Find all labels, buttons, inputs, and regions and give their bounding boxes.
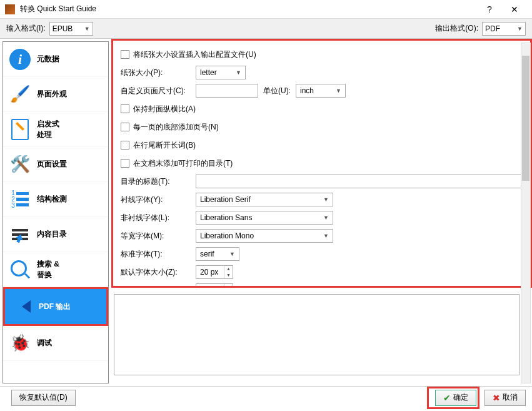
- mono-size-value: 16 px: [196, 286, 224, 288]
- sidebar-item-structure[interactable]: 123 结构检测: [3, 182, 108, 217]
- sidebar-item-label: 元数据: [37, 54, 59, 64]
- sidebar-item-metadata[interactable]: i 元数据: [3, 42, 108, 77]
- cancel-icon: ✖: [493, 393, 500, 403]
- content-pane: 将纸张大小设置插入输出配置文件(U) 纸张大小(P): letter ▼ 自定义…: [111, 39, 532, 386]
- scrollbar-thumb[interactable]: [522, 56, 529, 181]
- sidebar-item-pdf[interactable]: PDF 输出: [5, 289, 106, 324]
- sidebar-item-look[interactable]: 🖌️ 界面外观: [3, 77, 108, 112]
- serif-font-select[interactable]: Liberation Serif ▼: [196, 193, 333, 206]
- output-format-label: 输出格式(O):: [435, 23, 478, 34]
- default-size-spin[interactable]: 20 px ▲▼: [196, 265, 233, 279]
- sidebar-item-label: 结构检测: [37, 194, 67, 205]
- std-font-value: serif: [200, 250, 214, 258]
- sidebar-item-label: 调试: [37, 338, 52, 348]
- std-font-label: 标准字体(T):: [121, 249, 196, 260]
- break-words-checkbox[interactable]: [121, 141, 129, 150]
- keep-aspect-label: 保持封面纵横比(A): [133, 104, 196, 114]
- spin-down-icon[interactable]: ▼: [224, 272, 233, 278]
- scrollbar[interactable]: [521, 43, 531, 383]
- add-pagenum-label: 每一页的底部添加页号(N): [133, 122, 219, 133]
- ok-highlight: ✔ 确定: [427, 387, 479, 409]
- sidebar-item-label: 界面外观: [37, 89, 67, 99]
- bug-icon: 🐞: [8, 332, 32, 355]
- cancel-button[interactable]: ✖ 取消: [484, 390, 526, 406]
- chevron-down-icon: ▼: [323, 233, 329, 239]
- brush-icon: 🖌️: [8, 83, 32, 106]
- input-format-value: EPUB: [53, 24, 73, 33]
- sidebar-item-search[interactable]: 搜索 & 替换: [3, 252, 108, 287]
- mono-font-select[interactable]: Liberation Mono ▼: [196, 229, 333, 243]
- printable-toc-checkbox[interactable]: [121, 159, 129, 168]
- output-format-combo[interactable]: PDF ▼: [482, 22, 526, 36]
- paper-size-label: 纸张大小(P):: [121, 68, 196, 78]
- help-button[interactable]: ?: [477, 1, 502, 18]
- default-size-value: 20 px: [196, 268, 224, 277]
- paper-size-value: letter: [200, 68, 217, 77]
- mono-size-spin[interactable]: 16 px ▲▼: [196, 283, 233, 288]
- insert-paper-checkbox[interactable]: [121, 50, 129, 59]
- serif-font-label: 衬线字体(Y):: [121, 195, 196, 205]
- search-icon: [8, 258, 32, 282]
- restore-defaults-button[interactable]: 恢复默认值(D): [11, 390, 76, 406]
- extra-textarea[interactable]: [114, 294, 519, 375]
- sidebar-item-toc[interactable]: 内容目录: [3, 217, 108, 252]
- chevron-down-icon: ▼: [323, 215, 329, 221]
- toc-title-label: 目录的标题(T):: [121, 176, 196, 187]
- ok-label: 确定: [453, 392, 468, 403]
- mono-size-label: 等宽字体大小(F):: [121, 285, 196, 288]
- sidebar-pdf-highlight: PDF 输出: [3, 287, 108, 326]
- add-pagenum-checkbox[interactable]: [121, 123, 129, 131]
- sidebar-item-label: 内容目录: [37, 229, 67, 240]
- ok-button[interactable]: ✔ 确定: [435, 390, 476, 406]
- chevron-down-icon: ▼: [236, 69, 241, 76]
- printable-toc-label: 在文档末添加可打印的目录(T): [133, 158, 233, 169]
- sidebar-item-label: 搜索 & 替换: [37, 259, 59, 280]
- close-button[interactable]: ✕: [502, 1, 527, 18]
- spin-up-icon[interactable]: ▲: [224, 266, 233, 272]
- toc-title-input[interactable]: [196, 175, 523, 188]
- chevron-down-icon: ▼: [229, 251, 235, 257]
- window-title: 转换 Quick Start Guide: [20, 4, 477, 14]
- sidebar-item-label: 启发式 处理: [37, 119, 59, 140]
- format-bar: 输入格式(I): EPUB ▼ 输出格式(O): PDF ▼: [0, 19, 532, 39]
- sidebar-item-debug[interactable]: 🐞 调试: [3, 326, 108, 361]
- app-icon: [5, 4, 15, 14]
- std-font-select[interactable]: serif ▼: [196, 247, 239, 261]
- paper-size-select[interactable]: letter ▼: [196, 66, 246, 79]
- mono-font-label: 等宽字体(M):: [121, 231, 196, 241]
- unit-label: 单位(U):: [263, 86, 291, 96]
- chevron-down-icon: ▼: [84, 26, 90, 32]
- footer: 恢复默认值(D) ✔ 确定 ✖ 取消: [0, 386, 532, 408]
- unit-select[interactable]: inch ▼: [296, 84, 346, 98]
- cancel-label: 取消: [503, 392, 518, 403]
- sidebar-item-pagesetup[interactable]: 🛠️ 页面设置: [3, 147, 108, 182]
- tools-icon: 🛠️: [8, 153, 32, 176]
- sidebar-item-label: 页面设置: [37, 159, 67, 170]
- default-size-label: 默认字体大小(Z):: [121, 267, 196, 278]
- chevron-down-icon: ▼: [336, 88, 341, 94]
- list-icon: 123: [8, 188, 32, 211]
- custom-size-input[interactable]: [196, 84, 258, 98]
- sidebar: i 元数据 🖌️ 界面外观 启发式 处理 🛠️ 页面设置 123 结构检测 内容…: [3, 41, 109, 383]
- input-format-combo[interactable]: EPUB ▼: [49, 22, 93, 36]
- info-icon: i: [8, 48, 32, 71]
- sans-font-select[interactable]: Liberation Sans ▼: [196, 211, 333, 225]
- custom-size-label: 自定义页面尺寸(C):: [121, 86, 196, 96]
- break-words-label: 在行尾断开长词(B): [133, 140, 196, 151]
- keep-aspect-checkbox[interactable]: [121, 104, 129, 113]
- input-format-label: 输入格式(I):: [6, 23, 46, 34]
- spin-up-icon[interactable]: ▲: [224, 284, 233, 288]
- sans-font-label: 非衬线字体(L):: [121, 213, 196, 223]
- sidebar-item-label: PDF 输出: [39, 302, 71, 312]
- output-format-value: PDF: [485, 24, 500, 33]
- mono-font-value: Liberation Mono: [200, 231, 254, 240]
- sans-font-value: Liberation Sans: [200, 213, 252, 222]
- toc-icon: [8, 223, 32, 246]
- sidebar-item-heuristic[interactable]: 启发式 处理: [3, 112, 108, 147]
- unit-value: inch: [300, 86, 314, 95]
- insert-paper-label: 将纸张大小设置插入输出配置文件(U): [133, 49, 256, 60]
- serif-font-value: Liberation Serif: [200, 195, 251, 204]
- document-icon: [8, 118, 32, 141]
- restore-defaults-label: 恢复默认值(D): [19, 392, 68, 403]
- back-arrow-icon: [10, 295, 34, 318]
